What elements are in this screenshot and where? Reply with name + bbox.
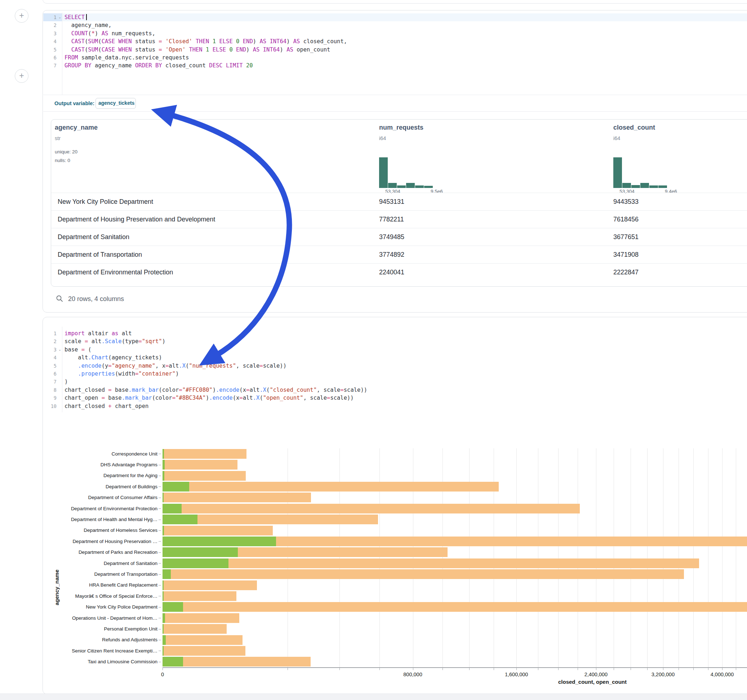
code-token: (type	[122, 338, 139, 345]
chevron-down-icon[interactable]: ⌄	[57, 13, 62, 21]
x-axis-minor-tick	[596, 668, 596, 670]
code-token: (x	[239, 387, 246, 393]
code-token: )	[286, 38, 293, 45]
histogram-bar	[658, 186, 667, 188]
table-cell: 2222847	[613, 264, 638, 281]
code-token: *	[92, 30, 95, 37]
open-count-bar	[163, 657, 183, 667]
x-axis-tick-label: 2,400,000	[575, 671, 618, 677]
x-axis-minor-tick	[494, 668, 494, 670]
open-count-bar	[163, 624, 163, 634]
code-line: COUNT(*) AS num_requests,	[65, 30, 347, 38]
code-token: alt	[118, 330, 132, 337]
table-cell: Department of Housing Preservation and D…	[57, 211, 215, 228]
results-table: agency_namestrunique: 20nulls: 0num_requ…	[51, 119, 747, 287]
code-token: , scale	[303, 395, 327, 401]
divider	[43, 111, 747, 112]
output-variable-input[interactable]: agency_tickets	[95, 98, 136, 109]
python-code-editor[interactable]: import altair as altscale = alt.Scale(ty…	[65, 329, 367, 410]
gridline	[443, 448, 443, 667]
column-header-name[interactable]: agency_name	[55, 124, 98, 131]
code-token: =	[82, 346, 85, 353]
closed-count-bar	[163, 657, 311, 667]
line-number: 2	[43, 21, 57, 29]
code-token	[65, 371, 78, 377]
code-token: (width	[115, 371, 135, 377]
open-count-bar	[163, 635, 166, 645]
code-token: (x	[233, 395, 240, 401]
closed-count-bar	[163, 471, 246, 481]
search-icon[interactable]	[56, 295, 63, 302]
open-count-bar	[163, 558, 228, 568]
table-row: Department of Transportation377489234719…	[51, 246, 747, 264]
add-cell-button-output[interactable]: +	[15, 69, 29, 83]
line-number: 1	[43, 329, 57, 337]
code-token: (	[85, 346, 92, 353]
table-cell: 3677651	[613, 228, 638, 246]
code-token: SELECT	[65, 14, 85, 21]
histogram-bar	[397, 186, 406, 188]
gridline	[516, 448, 517, 667]
chevron-down-icon[interactable]: ⌄	[57, 345, 62, 354]
code-token: CASE WHEN	[101, 38, 132, 45]
open-count-bar	[163, 504, 181, 513]
table-cell: 3774892	[379, 246, 404, 263]
column-header-name[interactable]: closed_count	[613, 124, 655, 131]
code-line: alt.Chart(agency_tickets)	[65, 354, 367, 362]
x-axis-tick-label: 3,200,000	[641, 671, 685, 677]
row-count-summary: 20 rows, 4 columns	[68, 294, 124, 303]
line-number: 7	[43, 378, 57, 386]
code-token	[162, 47, 165, 53]
code-token: status	[132, 38, 159, 45]
code-line: import altair as alt	[65, 329, 367, 337]
gridline	[596, 448, 596, 667]
code-token: chart_closed	[65, 403, 108, 409]
gridline	[614, 448, 614, 667]
table-row: Department of Sanitation37494853677651	[51, 228, 747, 246]
code-token: 'Open'	[165, 47, 186, 53]
code-token: "agency_name"	[112, 363, 155, 369]
y-axis-label: Department of Transportation	[43, 572, 157, 577]
code-token: AS	[259, 38, 266, 45]
y-axis-tick	[159, 541, 161, 542]
code-token: =	[85, 338, 88, 345]
closed-count-bar	[163, 635, 242, 645]
code-token	[259, 47, 263, 53]
code-token: altair	[85, 330, 112, 337]
code-token: =	[165, 363, 169, 369]
page-bottom-band	[0, 694, 747, 700]
table-cell: 3471908	[613, 246, 638, 263]
code-token: import	[65, 330, 85, 337]
x-axis-minor-tick	[287, 668, 288, 670]
add-cell-button-top[interactable]: +	[15, 9, 29, 23]
y-axis-label: Department of Sanitation	[43, 561, 157, 566]
code-token: scale))	[330, 395, 354, 401]
code-token: =	[159, 38, 162, 45]
code-token: =	[108, 387, 111, 393]
line-number: 6	[43, 54, 57, 62]
code-line: SELECT	[65, 13, 347, 21]
table-cell: 2240041	[379, 264, 404, 281]
code-token: (	[98, 47, 101, 53]
code-token: =	[138, 338, 142, 345]
code-token: alt	[88, 338, 101, 345]
code-token: DESC	[209, 62, 222, 69]
line-number: 5	[43, 362, 57, 370]
column-header-name[interactable]: num_requests	[379, 124, 423, 131]
code-token: .Scale	[101, 338, 122, 345]
open-count-bar	[163, 537, 276, 546]
x-axis-minor-tick	[380, 668, 380, 670]
code-token	[243, 62, 246, 69]
y-axis-tick	[159, 530, 161, 531]
x-axis-minor-tick	[722, 668, 723, 670]
sql-code-editor[interactable]: SELECT agency_name, COUNT(*) AS num_requ…	[65, 13, 347, 70]
y-axis-tick	[159, 574, 161, 575]
code-line: )	[65, 378, 367, 386]
histogram-bar	[424, 186, 433, 188]
closed-count-bar	[163, 526, 273, 536]
y-axis-tick	[159, 662, 161, 662]
code-token: END	[243, 38, 253, 45]
gridline	[339, 448, 340, 667]
line-number: 4	[43, 354, 57, 362]
code-token: "#FFC080"	[182, 387, 213, 393]
